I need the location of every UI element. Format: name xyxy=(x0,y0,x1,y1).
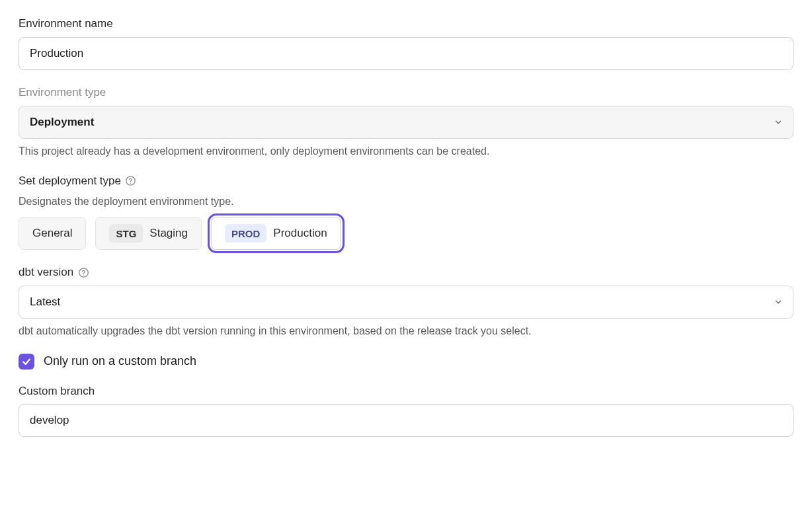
environment-type-select[interactable]: Deployment xyxy=(19,106,793,139)
deployment-type-helper: Designates the deployment environment ty… xyxy=(19,194,793,209)
environment-type-select-wrap: Deployment xyxy=(19,106,793,139)
custom-branch-checkbox[interactable] xyxy=(19,354,34,369)
custom-branch-label: Custom branch xyxy=(19,383,793,399)
option-label: Production xyxy=(273,225,327,241)
option-label: Staging xyxy=(149,225,188,241)
label-text: Custom branch xyxy=(19,383,95,399)
label-text: Environment type xyxy=(19,85,106,100)
help-icon[interactable] xyxy=(125,175,137,187)
environment-type-group: Environment type Deployment This project… xyxy=(19,85,793,159)
dbt-version-select[interactable]: Latest xyxy=(19,286,793,319)
option-label: General xyxy=(32,225,72,241)
select-value: Deployment xyxy=(30,114,94,130)
environment-name-group: Environment name xyxy=(19,16,793,70)
custom-branch-toggle-row: Only run on a custom branch xyxy=(19,353,793,369)
option-tag: STG xyxy=(109,224,143,243)
environment-name-label: Environment name xyxy=(19,16,793,32)
environment-type-label: Environment type xyxy=(19,85,793,100)
label-text: Environment name xyxy=(19,16,113,32)
help-icon[interactable] xyxy=(77,266,89,278)
environment-name-input[interactable] xyxy=(19,37,793,70)
dbt-version-helper: dbt automatically upgrades the dbt versi… xyxy=(19,324,793,338)
svg-point-3 xyxy=(83,274,84,275)
deployment-type-label: Set deployment type xyxy=(19,173,793,189)
deployment-type-options: General STG Staging PROD Production xyxy=(19,217,793,250)
deployment-type-production[interactable]: PROD Production xyxy=(211,217,341,250)
environment-type-helper: This project already has a development e… xyxy=(19,144,793,159)
label-text: Set deployment type xyxy=(19,173,121,189)
dbt-version-select-wrap: Latest xyxy=(19,286,793,319)
custom-branch-group: Custom branch xyxy=(19,383,793,438)
custom-branch-checkbox-label: Only run on a custom branch xyxy=(44,353,196,369)
deployment-type-staging[interactable]: STG Staging xyxy=(95,217,202,250)
select-value: Latest xyxy=(30,294,60,310)
option-tag: PROD xyxy=(225,224,266,243)
label-text: dbt version xyxy=(19,264,73,280)
dbt-version-label: dbt version xyxy=(19,264,793,280)
deployment-type-group: Set deployment type Designates the deplo… xyxy=(19,173,793,250)
deployment-type-general[interactable]: General xyxy=(19,217,86,250)
custom-branch-input[interactable] xyxy=(19,404,793,437)
dbt-version-group: dbt version Latest dbt automatically upg… xyxy=(19,264,793,338)
svg-point-1 xyxy=(130,183,131,184)
